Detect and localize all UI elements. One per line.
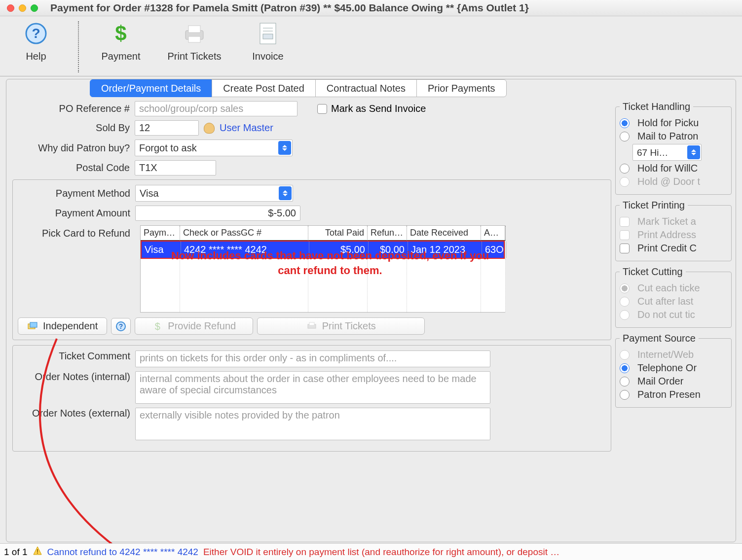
postal-code-label: Postal Code bbox=[12, 162, 135, 174]
refund-card-table: Paymen… Check or PassGC # Total Paid Ref… bbox=[140, 225, 505, 313]
user-master-link[interactable]: User Master bbox=[220, 122, 273, 134]
why-buy-select[interactable]: Forgot to ask bbox=[135, 140, 293, 156]
main-panel: Order/Payment Details Create Post Dated … bbox=[6, 79, 736, 542]
print-tickets-button[interactable]: Print Tickets bbox=[257, 317, 425, 335]
help-icon: ? bbox=[22, 19, 50, 48]
check-print-credit[interactable] bbox=[620, 244, 630, 253]
radio-hold-pickup[interactable] bbox=[620, 118, 630, 128]
status-link[interactable]: Cannot refund to 4242 **** **** 4242 bbox=[47, 547, 198, 558]
window-minimize-button[interactable] bbox=[19, 4, 26, 12]
ticket-handling-group: Ticket Handling Hold for Picku Mail to P… bbox=[615, 101, 732, 195]
radio-cut-each bbox=[620, 283, 630, 293]
ticket-cutting-group: Ticket Cutting Cut each ticke Cut after … bbox=[615, 266, 732, 328]
toolbar-help[interactable]: ? Help bbox=[9, 19, 63, 62]
payment-amount-label: Payment Amount bbox=[13, 208, 135, 219]
svg-rect-6 bbox=[260, 23, 276, 44]
ticket-comment-label: Ticket Comment bbox=[13, 350, 135, 362]
svg-text:$: $ bbox=[115, 22, 126, 45]
printer-small-icon bbox=[306, 321, 317, 332]
radio-telephone[interactable] bbox=[620, 363, 630, 373]
provide-refund-button[interactable]: $ Provide Refund bbox=[135, 317, 253, 335]
order-notes-internal-input[interactable] bbox=[135, 371, 490, 404]
cards-icon bbox=[27, 321, 38, 332]
help-small-button[interactable]: ? bbox=[111, 318, 131, 335]
tab-order-payment-details[interactable]: Order/Payment Details bbox=[90, 79, 212, 97]
status-bar: 1 of 1 ! Cannot refund to 4242 **** ****… bbox=[0, 543, 742, 560]
payment-panel: Payment Method Visa Payment Amount Pick … bbox=[12, 179, 611, 340]
payment-method-select[interactable]: Visa bbox=[135, 185, 293, 202]
ticket-printing-group: Ticket Printing Mark Ticket a Print Addr… bbox=[615, 200, 732, 261]
status-count: 1 of 1 bbox=[4, 547, 28, 558]
dollar-icon: $ bbox=[107, 19, 135, 48]
radio-patron-present[interactable] bbox=[620, 390, 630, 400]
user-icon bbox=[204, 123, 215, 134]
ticket-comment-input[interactable] bbox=[135, 350, 490, 367]
card-table-header: Paymen… Check or PassGC # Total Paid Ref… bbox=[141, 226, 505, 241]
notes-panel: Ticket Comment Order Notes (internal) Or… bbox=[12, 345, 611, 452]
radio-do-not-cut bbox=[620, 310, 630, 320]
payment-method-label: Payment Method bbox=[13, 188, 135, 199]
payment-source-group: Payment Source Internet/Web Telephone Or… bbox=[615, 333, 732, 408]
svg-rect-15 bbox=[309, 322, 314, 325]
svg-rect-11 bbox=[30, 322, 37, 327]
sold-by-input[interactable] bbox=[135, 120, 199, 136]
radio-hold-door bbox=[620, 177, 630, 187]
svg-text:!: ! bbox=[37, 548, 38, 555]
svg-rect-5 bbox=[188, 36, 200, 42]
window-title: Payment for Order #1328 for Pamela Smitt… bbox=[50, 2, 529, 14]
status-message: Either VOID it entirely on payment list … bbox=[203, 547, 559, 558]
svg-text:?: ? bbox=[32, 26, 40, 41]
card-table-row-selected[interactable]: Visa 4242 **** **** 4242 $5.00 $0.00 Jan… bbox=[141, 241, 505, 259]
toolbar: ? Help $ Payment Print Tickets Invoice bbox=[0, 16, 742, 76]
card-table-empty-rows bbox=[141, 259, 505, 312]
independent-button[interactable]: Independent bbox=[18, 317, 107, 335]
radio-internet bbox=[620, 350, 630, 360]
form-area: PO Reference # Mark as Send Invoice Sold… bbox=[12, 101, 611, 536]
postal-code-input[interactable] bbox=[135, 160, 216, 175]
sold-by-label: Sold By bbox=[12, 122, 135, 134]
tab-prior-payments[interactable]: Prior Payments bbox=[416, 79, 507, 97]
radio-mail-patron[interactable] bbox=[620, 132, 630, 141]
why-buy-label: Why did Patron buy? bbox=[12, 142, 135, 154]
mail-address-select[interactable]: 67 Hi… bbox=[632, 144, 702, 161]
tabs: Order/Payment Details Create Post Dated … bbox=[6, 79, 736, 98]
radio-mail-order[interactable] bbox=[620, 377, 630, 386]
po-reference-label: PO Reference # bbox=[12, 103, 135, 114]
svg-rect-9 bbox=[263, 34, 273, 39]
toolbar-separator bbox=[78, 21, 79, 72]
radio-cut-after bbox=[620, 297, 630, 307]
svg-rect-4 bbox=[188, 26, 200, 33]
printer-icon bbox=[180, 19, 209, 48]
svg-text:?: ? bbox=[119, 322, 123, 330]
warning-icon: ! bbox=[33, 546, 42, 558]
po-reference-input[interactable] bbox=[135, 101, 297, 116]
pick-card-label: Pick Card to Refund bbox=[13, 225, 135, 239]
window-close-button[interactable] bbox=[7, 4, 14, 12]
toolbar-print-tickets[interactable]: Print Tickets bbox=[160, 19, 229, 62]
tab-create-post-dated[interactable]: Create Post Dated bbox=[212, 79, 316, 97]
toolbar-invoice[interactable]: Invoice bbox=[241, 19, 295, 62]
radio-hold-willcall[interactable] bbox=[620, 164, 630, 174]
check-print-address bbox=[620, 230, 630, 240]
check-mark-ticket bbox=[620, 217, 630, 227]
invoice-icon bbox=[254, 19, 282, 48]
order-notes-internal-label: Order Notes (internal) bbox=[13, 371, 135, 383]
payment-amount-input[interactable] bbox=[135, 206, 300, 221]
order-notes-external-input[interactable] bbox=[135, 408, 490, 440]
titlebar: Payment for Order #1328 for Pamela Smitt… bbox=[0, 0, 742, 16]
order-notes-external-label: Order Notes (external) bbox=[13, 408, 135, 419]
window-zoom-button[interactable] bbox=[31, 4, 38, 12]
side-panel: Ticket Handling Hold for Picku Mail to P… bbox=[615, 101, 732, 536]
toolbar-payment[interactable]: $ Payment bbox=[94, 19, 148, 62]
dollar-small-icon: $ bbox=[152, 321, 163, 332]
tab-contractual-notes[interactable]: Contractual Notes bbox=[315, 79, 417, 97]
mark-send-invoice-label: Mark as Send Invoice bbox=[331, 103, 426, 114]
mark-send-invoice-checkbox[interactable] bbox=[317, 104, 327, 114]
